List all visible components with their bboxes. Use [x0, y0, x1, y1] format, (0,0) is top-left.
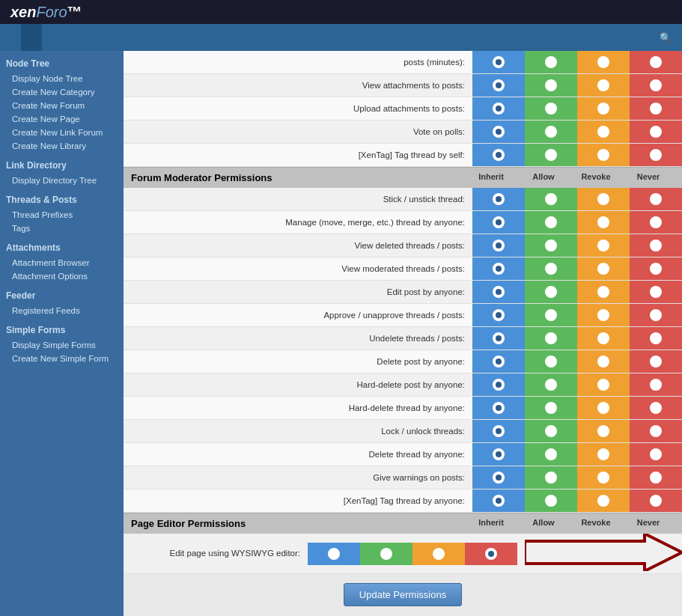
radio-btn[interactable] — [597, 103, 609, 115]
radio-never[interactable] — [630, 304, 682, 326]
radio-btn[interactable] — [545, 56, 557, 68]
radio-btn[interactable] — [597, 286, 609, 298]
radio-btn[interactable] — [597, 149, 609, 161]
radio-inherit[interactable] — [472, 490, 525, 512]
radio-btn[interactable] — [597, 472, 609, 484]
radio-never[interactable] — [630, 74, 682, 97]
radio-btn[interactable] — [493, 56, 505, 68]
radio-inherit[interactable] — [472, 97, 525, 120]
radio-never[interactable] — [630, 490, 682, 512]
radio-btn[interactable] — [650, 216, 662, 228]
radio-allow[interactable] — [525, 97, 577, 120]
radio-allow[interactable] — [525, 121, 577, 143]
radio-allow[interactable] — [525, 74, 577, 97]
radio-revoke[interactable] — [577, 443, 630, 466]
radio-btn[interactable] — [650, 263, 662, 275]
radio-revoke[interactable] — [577, 281, 630, 303]
radio-btn[interactable] — [545, 356, 557, 368]
sidebar-item-5-1[interactable]: Create New Simple Form — [0, 352, 124, 365]
radio-never[interactable] — [630, 327, 682, 350]
radio-revoke[interactable] — [577, 466, 630, 489]
radio-allow[interactable] — [525, 257, 577, 280]
radio-allow[interactable] — [525, 211, 577, 234]
radio-revoke[interactable] — [577, 121, 630, 143]
radio-never[interactable] — [630, 350, 682, 373]
radio-revoke[interactable] — [577, 257, 630, 280]
radio-btn[interactable] — [650, 240, 662, 251]
radio-never[interactable] — [630, 420, 682, 442]
radio-btn[interactable] — [545, 103, 557, 115]
radio-allow[interactable] — [360, 543, 412, 565]
radio-btn[interactable] — [650, 425, 662, 437]
radio-btn[interactable] — [493, 216, 505, 228]
radio-btn[interactable] — [545, 472, 557, 484]
radio-btn[interactable] — [545, 425, 557, 437]
radio-btn[interactable] — [597, 425, 609, 437]
radio-btn[interactable] — [597, 332, 609, 344]
sidebar-item-1-0[interactable]: Display Directory Tree — [0, 174, 124, 187]
radio-btn[interactable] — [545, 379, 557, 391]
radio-allow[interactable] — [525, 188, 577, 210]
radio-inherit[interactable] — [472, 327, 525, 350]
sidebar-item-0-0[interactable]: Display Node Tree — [0, 72, 124, 85]
radio-allow[interactable] — [525, 443, 577, 466]
radio-revoke[interactable] — [577, 397, 630, 419]
radio-btn[interactable] — [597, 309, 609, 321]
radio-inherit[interactable] — [472, 304, 525, 326]
sidebar-item-0-4[interactable]: Create New Link Forum — [0, 126, 124, 139]
radio-btn[interactable] — [650, 56, 662, 68]
radio-allow[interactable] — [525, 144, 577, 166]
radio-btn[interactable] — [597, 79, 609, 91]
radio-inherit[interactable] — [472, 373, 525, 396]
radio-btn[interactable] — [493, 356, 505, 368]
radio-btn[interactable] — [493, 193, 505, 205]
radio-btn[interactable] — [328, 548, 340, 560]
radio-never[interactable] — [630, 97, 682, 120]
radio-inherit[interactable] — [472, 350, 525, 373]
radio-never[interactable] — [630, 466, 682, 489]
search-button[interactable]: 🔍 — [646, 32, 682, 43]
radio-btn[interactable] — [545, 309, 557, 321]
nav-appearance[interactable] — [63, 24, 84, 51]
radio-inherit[interactable] — [308, 543, 360, 565]
radio-never[interactable] — [630, 234, 682, 257]
radio-btn[interactable] — [493, 332, 505, 344]
radio-inherit[interactable] — [472, 144, 525, 166]
radio-btn[interactable] — [493, 379, 505, 391]
radio-inherit[interactable] — [472, 188, 525, 210]
radio-btn[interactable] — [650, 495, 662, 507]
radio-btn[interactable] — [650, 149, 662, 161]
radio-btn[interactable] — [597, 240, 609, 251]
sidebar-item-0-3[interactable]: Create New Page — [0, 112, 124, 126]
radio-btn[interactable] — [493, 448, 505, 460]
radio-allow[interactable] — [525, 51, 577, 73]
radio-allow[interactable] — [525, 373, 577, 396]
radio-btn[interactable] — [493, 309, 505, 321]
radio-revoke[interactable] — [577, 327, 630, 350]
radio-allow[interactable] — [525, 490, 577, 512]
radio-btn[interactable] — [433, 548, 445, 560]
radio-revoke[interactable] — [577, 373, 630, 396]
radio-btn[interactable] — [493, 495, 505, 507]
radio-inherit[interactable] — [472, 121, 525, 143]
radio-btn[interactable] — [650, 402, 662, 414]
radio-allow[interactable] — [525, 234, 577, 257]
radio-btn[interactable] — [545, 79, 557, 91]
radio-btn[interactable] — [380, 548, 392, 560]
nav-home[interactable] — [0, 24, 21, 51]
nav-users[interactable] — [42, 24, 63, 51]
radio-revoke[interactable] — [577, 188, 630, 210]
radio-btn[interactable] — [650, 193, 662, 205]
radio-revoke[interactable] — [577, 97, 630, 120]
radio-btn[interactable] — [650, 356, 662, 368]
nav-tools[interactable] — [84, 24, 105, 51]
radio-revoke[interactable] — [577, 490, 630, 512]
radio-btn[interactable] — [650, 309, 662, 321]
radio-revoke[interactable] — [577, 51, 630, 73]
radio-btn[interactable] — [650, 472, 662, 484]
radio-btn[interactable] — [650, 448, 662, 460]
sidebar-item-0-1[interactable]: Create New Category — [0, 85, 124, 99]
radio-allow[interactable] — [525, 327, 577, 350]
radio-btn[interactable] — [493, 472, 505, 484]
radio-btn[interactable] — [545, 263, 557, 275]
